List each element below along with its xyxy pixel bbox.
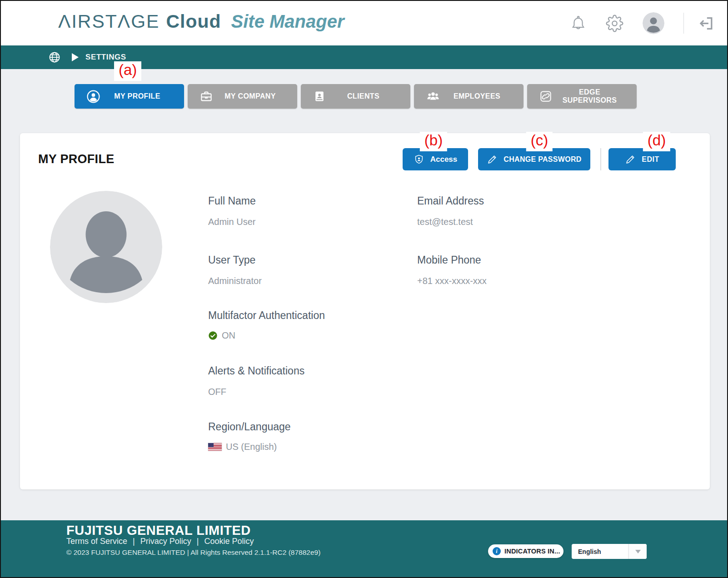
- info-icon: i: [493, 547, 501, 555]
- privacy-policy-link[interactable]: Privacy Policy: [140, 537, 191, 546]
- change-password-button[interactable]: CHANGE PASSWORD: [478, 148, 590, 170]
- tab-label: EDGE SUPERVISORS: [553, 88, 627, 105]
- email-value: test@test.test: [417, 217, 473, 227]
- alerts-label: Alerts & Notifications: [208, 365, 304, 377]
- access-shield-icon: [414, 154, 424, 165]
- app-footer: FUJITSU GENERAL LIMITED Terms of Service…: [1, 520, 727, 578]
- dropdown-chevron-icon: [635, 550, 641, 553]
- annotation-b: (b): [420, 132, 447, 151]
- edge-supervisors-tab-icon: [539, 90, 553, 103]
- account-avatar-icon[interactable]: [643, 12, 664, 34]
- region-language-label: Region/Language: [208, 421, 291, 433]
- footer-copyright: © 2023 FUJITSU GENERAL LIMITED | All Rig…: [66, 548, 320, 557]
- notification-bell-icon[interactable]: [570, 15, 587, 32]
- breadcrumb-bar: SETTINGS: [1, 45, 727, 69]
- us-flag-icon: [208, 443, 222, 451]
- footer-link-separator: |: [197, 537, 199, 546]
- mfa-value-row: ON: [208, 330, 235, 341]
- pencil-icon: [487, 154, 498, 165]
- annotation-a: (a): [114, 61, 141, 81]
- access-button[interactable]: Access: [403, 148, 468, 170]
- language-selected-value: English: [578, 548, 628, 555]
- footer-company-name: FUJITSU GENERAL LIMITED: [66, 523, 251, 538]
- edit-button[interactable]: EDIT: [608, 148, 676, 170]
- settings-gear-icon[interactable]: [606, 15, 623, 32]
- breadcrumb-arrow-icon: [72, 53, 79, 61]
- logo-product-text: Site Manager: [231, 11, 344, 32]
- tab-label: MY PROFILE: [100, 92, 174, 100]
- access-button-label: Access: [430, 155, 458, 164]
- app-window: ΛIRSTΛGE Cloud Site Manager: [0, 0, 728, 578]
- my-profile-card: MY PROFILE Access CHANGE PASSWORD: [20, 133, 710, 489]
- settings-tabs: MY PROFILE MY COMPANY: [75, 84, 637, 109]
- mobile-phone-value: +81 xxx-xxxx-xxx: [417, 276, 487, 286]
- edit-button-label: EDIT: [642, 155, 659, 164]
- my-company-tab-icon: [199, 90, 213, 103]
- cookie-policy-link[interactable]: Cookie Policy: [204, 537, 254, 546]
- footer-link-separator: |: [133, 537, 135, 546]
- mfa-on-check-icon: [208, 331, 218, 340]
- tab-label: MY COMPANY: [213, 92, 287, 100]
- header-actions: [551, 1, 714, 45]
- footer-links: Terms of Service | Privacy Policy | Cook…: [66, 537, 254, 546]
- employees-tab-icon: [426, 89, 440, 104]
- logo-cloud-text: Cloud: [166, 11, 221, 32]
- clients-tab-icon: [313, 90, 326, 103]
- button-divider: [600, 148, 601, 170]
- user-type-value: Administrator: [208, 276, 262, 286]
- annotation-d: (d): [643, 132, 670, 151]
- logo-airstage-text: ΛIRSTΛGE: [58, 11, 160, 32]
- header-divider: [683, 13, 684, 34]
- alerts-value: OFF: [208, 387, 226, 397]
- tab-my-company[interactable]: MY COMPANY: [188, 84, 297, 109]
- tab-label: EMPLOYEES: [440, 92, 514, 100]
- region-language-value-row: US (English): [208, 442, 277, 452]
- annotation-c: (c): [526, 132, 553, 151]
- terms-of-service-link[interactable]: Terms of Service: [66, 537, 127, 546]
- mfa-label: Multifactor Authentication: [208, 309, 325, 322]
- pencil-icon: [625, 154, 636, 165]
- full-name-value: Admin User: [208, 217, 255, 227]
- email-label: Email Address: [417, 195, 484, 207]
- user-type-label: User Type: [208, 254, 255, 266]
- profile-avatar: [50, 191, 162, 303]
- my-profile-tab-icon: [86, 90, 100, 104]
- brand-logo: ΛIRSTΛGE Cloud Site Manager: [58, 11, 344, 32]
- region-language-value: US (English): [226, 442, 277, 452]
- indicators-button-label: INDICATORS IN...: [504, 548, 560, 555]
- language-dropdown-toggle[interactable]: [628, 544, 647, 559]
- tab-clients[interactable]: CLIENTS: [301, 84, 410, 109]
- mfa-value: ON: [222, 330, 235, 341]
- language-selector[interactable]: English: [572, 544, 647, 559]
- tab-edge-supervisors[interactable]: EDGE SUPERVISORS: [527, 84, 637, 109]
- tab-label: CLIENTS: [326, 92, 400, 100]
- page-title: MY PROFILE: [38, 152, 115, 166]
- change-password-button-label: CHANGE PASSWORD: [504, 155, 581, 164]
- full-name-label: Full Name: [208, 195, 256, 207]
- logout-icon[interactable]: [698, 15, 714, 32]
- tab-my-profile[interactable]: MY PROFILE: [75, 84, 184, 109]
- globe-icon[interactable]: [48, 51, 61, 65]
- app-header: ΛIRSTΛGE Cloud Site Manager: [1, 1, 727, 45]
- indicators-info-button[interactable]: i INDICATORS IN...: [488, 544, 563, 558]
- tab-employees[interactable]: EMPLOYEES: [414, 84, 524, 109]
- mobile-phone-label: Mobile Phone: [417, 254, 481, 266]
